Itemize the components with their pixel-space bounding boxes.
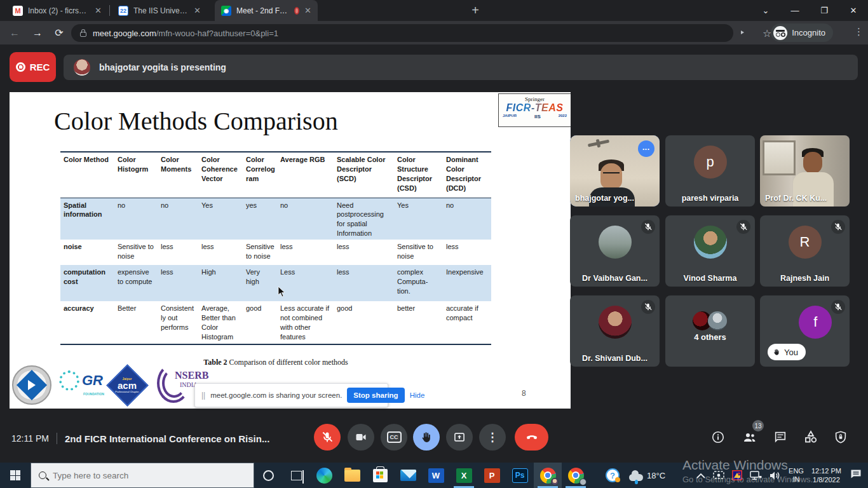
host-controls-button[interactable] xyxy=(832,429,849,445)
participant-tile-shivani[interactable]: Dr. Shivani Dub... xyxy=(570,295,660,367)
address-bar[interactable]: meet.google.com/mfn-wouo-haf?authuser=0&… xyxy=(71,24,733,42)
taskbar-word[interactable]: W xyxy=(422,463,450,488)
window-close-button[interactable]: ✕ xyxy=(839,0,868,21)
chrome-chevron-icon[interactable]: ⌄ xyxy=(751,0,780,21)
temperature-label: 18°C xyxy=(647,471,665,480)
you-hand-raised-pill: You xyxy=(768,344,806,360)
back-icon[interactable]: ← xyxy=(6,25,23,41)
participant-tile-you[interactable]: f You xyxy=(760,295,850,367)
taskbar-weather[interactable]: 18°C xyxy=(627,463,668,488)
network-icon[interactable] xyxy=(750,471,762,480)
taskbar-help[interactable]: ? xyxy=(599,463,627,488)
forward-icon[interactable]: → xyxy=(29,25,46,41)
raised-hand-icon xyxy=(773,348,780,356)
mic-muted-icon xyxy=(736,220,750,234)
captions-button[interactable]: CC xyxy=(381,424,407,451)
chrome-profile-badge xyxy=(551,478,559,485)
table-header-row: Color Method Color Histogrm Color Moment… xyxy=(60,152,491,198)
stop-sharing-button[interactable]: Stop sharing xyxy=(347,388,404,403)
more-options-button[interactable]: ⋮ xyxy=(479,424,506,451)
present-screen-button[interactable] xyxy=(446,424,473,451)
nserb-label: NSERB xyxy=(175,370,208,381)
cell: Less accurate if not combined with other… xyxy=(277,301,334,344)
close-tab-icon[interactable]: ✕ xyxy=(304,6,311,15)
taskbar-search[interactable] xyxy=(31,463,254,488)
cell: no xyxy=(114,198,158,240)
taskbar-store[interactable] xyxy=(366,463,394,488)
system-tray xyxy=(696,470,781,480)
participant-tile-paresh[interactable]: p paresh virparia xyxy=(665,135,755,207)
start-button[interactable] xyxy=(0,463,31,488)
participant-tile-rajnesh[interactable]: R Rajnesh Jain xyxy=(760,215,850,287)
action-center-button[interactable] xyxy=(850,469,862,482)
table-row: noise Sensitive to noise less less Sensi… xyxy=(60,240,491,265)
bookmark-star-icon[interactable]: ☆ xyxy=(763,27,771,39)
drag-handle-icon[interactable]: || xyxy=(201,391,205,400)
taskbar-chrome-2[interactable] xyxy=(562,463,590,488)
participant-tile-others[interactable]: 4 others xyxy=(665,295,755,367)
clock-time: 12:12 PM xyxy=(811,466,841,475)
mic-off-icon xyxy=(321,431,334,444)
cell: Average, Better than Color Histogram xyxy=(198,301,243,344)
taskbar-chrome-active[interactable] xyxy=(534,463,562,488)
presenter-avatar xyxy=(74,59,90,76)
taskbar-clock[interactable]: 12:12 PM 1/8/2022 xyxy=(811,466,841,484)
show-participants-button[interactable] xyxy=(742,429,758,445)
media-app-icon[interactable] xyxy=(732,470,742,480)
taskbar-mail[interactable] xyxy=(394,463,422,488)
powerpoint-icon: P xyxy=(484,468,500,483)
tab-gmail[interactable]: M Inbox (2) - ficrs4@iisuniv.ac.in - T ✕ xyxy=(6,0,108,21)
meeting-details-button[interactable] xyxy=(710,429,726,445)
participant-tile-vinod[interactable]: Vinod Sharma xyxy=(665,215,755,287)
cell: accurate if compact xyxy=(443,301,491,344)
taskbar-photoshop[interactable]: Ps xyxy=(506,463,534,488)
participant-tile-vaibhav[interactable]: Dr Vaibhav Gan... xyxy=(570,215,660,287)
gr-label: GR xyxy=(82,372,103,389)
activities-button[interactable] xyxy=(803,429,819,445)
search-input[interactable] xyxy=(53,471,231,480)
participant-name: Vinod Sharma xyxy=(670,274,750,283)
hide-link[interactable]: Hide xyxy=(410,391,425,399)
ficr-teas-label: FICR-TEAS xyxy=(499,102,571,114)
meeting-time: 12:11 PM xyxy=(11,433,49,444)
mic-toggle-button[interactable] xyxy=(314,424,341,451)
tile-more-options-button[interactable]: ••• xyxy=(638,140,654,157)
camera-toggle-button[interactable] xyxy=(348,424,374,451)
tray-expand-icon[interactable] xyxy=(696,473,705,478)
participant-tile-bhajgotar[interactable]: ••• bhajgotar yog... xyxy=(570,135,660,207)
raise-hand-button[interactable] xyxy=(413,424,440,451)
cell: good xyxy=(243,301,277,344)
cortana-button[interactable] xyxy=(254,463,282,488)
volume-icon[interactable] xyxy=(770,471,781,480)
mic-muted-icon xyxy=(831,220,845,234)
row-label: noise xyxy=(60,240,114,265)
slide-page-number: 8 xyxy=(522,389,526,398)
browser-toolbar: ← → ⟳ meet.google.com/mfn-wouo-haf?authu… xyxy=(0,21,868,44)
participant-tile-prof-ck[interactable]: Prof Dr. CK Ku... xyxy=(760,135,850,207)
taskbar-powerpoint[interactable]: P xyxy=(478,463,506,488)
browser-menu-icon[interactable]: ⋮ xyxy=(854,26,864,37)
slide-title: Color Methods Comparison xyxy=(54,106,338,136)
taskbar-edge[interactable] xyxy=(310,463,338,488)
language-indicator[interactable]: ENG IN xyxy=(789,467,804,484)
window-maximize-button[interactable]: ❐ xyxy=(810,0,839,21)
end-call-button[interactable] xyxy=(515,424,548,451)
col-header: Color Structure Descriptor (CSD) xyxy=(394,152,443,198)
taskbar-excel[interactable]: X xyxy=(450,463,478,488)
tab-calendar[interactable]: 22 The IIS University - Calendar - We ✕ xyxy=(112,0,207,21)
new-tab-button[interactable]: + xyxy=(467,3,484,19)
close-tab-icon[interactable]: ✕ xyxy=(194,6,201,15)
chat-button[interactable] xyxy=(772,429,789,445)
cell: Better xyxy=(114,301,158,344)
cast-icon[interactable] xyxy=(713,471,724,480)
tab-meet-active[interactable]: ◉ Meet - 2nd FICR Internationa ✕ xyxy=(215,0,318,21)
task-view-button[interactable] xyxy=(282,463,310,488)
taskbar-file-explorer[interactable] xyxy=(338,463,366,488)
logo-iis-label: IIS xyxy=(534,114,541,119)
reload-icon[interactable]: ⟳ xyxy=(51,25,67,41)
captions-icon: CC xyxy=(387,431,402,443)
end-call-icon xyxy=(525,430,539,444)
close-tab-icon[interactable]: ✕ xyxy=(95,6,102,15)
window-minimize-button[interactable]: — xyxy=(780,0,810,21)
ceiling-fan xyxy=(588,140,609,147)
